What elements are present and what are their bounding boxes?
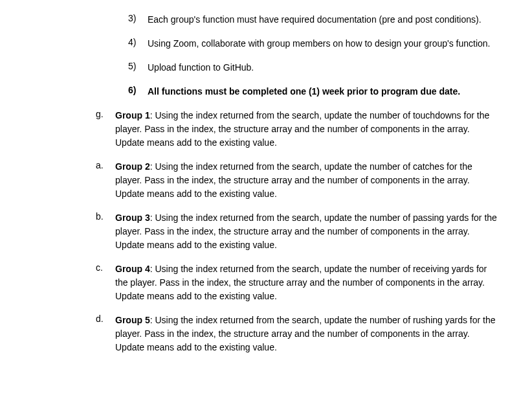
list-item: 3) Each group's function must have requi… [32,13,500,27]
list-text: Group 3: Using the index returned from t… [115,211,500,252]
list-item: c. Group 4: Using the index returned fro… [32,262,500,303]
list-text: All functions must be completed one (1) … [148,85,500,98]
group-label: Group 1 [115,110,150,120]
list-marker: a. [96,160,115,201]
list-item: 5) Upload function to GitHub. [32,61,500,74]
list-marker: c. [96,262,115,303]
document-body: 3) Each group's function must have requi… [0,0,532,378]
list-text: Group 2: Using the index returned from t… [115,160,500,201]
group-label: Group 3 [115,212,150,223]
list-text: Group 4: Using the index returned from t… [115,262,500,303]
group-desc: : Using the index returned from the sear… [115,161,472,199]
list-item: d. Group 5: Using the index returned fro… [32,314,500,354]
list-item: 6) All functions must be completed one (… [32,85,500,98]
list-item: 4) Using Zoom, collaborate with group me… [32,37,500,51]
group-list: g. Group 1: Using the index returned fro… [32,109,500,354]
list-text: Upload function to GitHub. [148,61,500,74]
group-desc: : Using the index returned from the sear… [115,110,489,148]
group-label: Group 2 [115,161,150,172]
list-marker: 5) [128,61,148,74]
list-item: b. Group 3: Using the index returned fro… [32,211,500,252]
list-marker: 4) [128,37,148,51]
numbered-list: 3) Each group's function must have requi… [32,13,500,98]
group-desc: : Using the index returned from the sear… [115,264,487,301]
list-marker: b. [96,211,115,252]
group-desc: : Using the index returned from the sear… [115,212,497,250]
group-label: Group 5 [115,315,150,325]
list-item: g. Group 1: Using the index returned fro… [32,109,500,150]
group-desc: : Using the index returned from the sear… [115,315,496,352]
list-marker: 6) [128,85,148,98]
list-text: Using Zoom, collaborate with group membe… [148,37,500,51]
list-text: Each group's function must have required… [148,13,500,27]
list-item: a. Group 2: Using the index returned fro… [32,160,500,201]
list-text: Group 1: Using the index returned from t… [115,109,500,150]
group-label: Group 4 [115,264,150,274]
list-marker: d. [96,314,115,354]
list-marker: 3) [128,13,148,27]
list-text: Group 5: Using the index returned from t… [115,314,500,354]
list-marker: g. [96,109,115,150]
